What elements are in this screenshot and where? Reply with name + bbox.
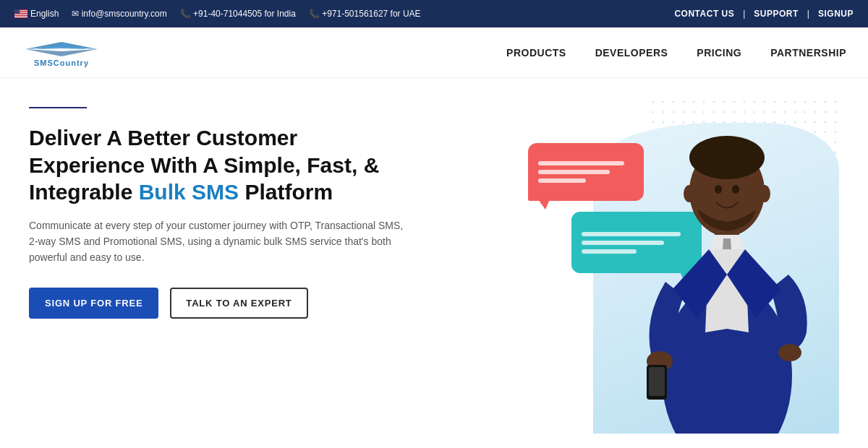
- svg-rect-6: [14, 15, 27, 16]
- signup-link[interactable]: SIGNUP: [818, 9, 854, 19]
- phone-uae: 📞 +971-501561627 for UAE: [309, 9, 421, 19]
- expert-button[interactable]: TALK TO AN EXPERT: [170, 288, 307, 319]
- contact-us-link[interactable]: CONTACT US: [674, 9, 734, 19]
- top-bar: English ✉ info@smscountry.com 📞 +91-40-7…: [0, 0, 868, 27]
- nav-item-pricing[interactable]: PRICING: [697, 46, 741, 59]
- separator-1: |: [743, 9, 745, 19]
- hero-buttons: SIGN UP FOR FREE TALK TO AN EXPERT: [29, 288, 434, 319]
- svg-point-18: [778, 344, 801, 361]
- nav-item-partnership[interactable]: PARTNERSHIP: [770, 46, 846, 59]
- separator-2: |: [807, 9, 809, 19]
- navbar: SMSCountry PRODUCTS DEVELOPERS PRICING P…: [0, 27, 868, 78]
- svg-point-20: [732, 185, 739, 194]
- hero-title: Deliver A Better Customer Experience Wit…: [29, 124, 434, 206]
- svg-rect-17: [649, 367, 665, 396]
- logo[interactable]: SMSCountry: [22, 38, 101, 67]
- top-bar-right: CONTACT US | SUPPORT | SIGNUP: [674, 9, 854, 19]
- hero-illustration: [434, 100, 839, 434]
- email-info: ✉ info@smscountry.com: [72, 9, 166, 19]
- svg-point-19: [715, 185, 722, 194]
- top-bar-left: English ✉ info@smscountry.com 📞 +91-40-7…: [14, 9, 421, 19]
- svg-rect-7: [14, 17, 27, 17]
- hero-description: Communicate at every step of your custom…: [29, 217, 405, 266]
- svg-point-21: [689, 136, 765, 179]
- svg-point-22: [684, 185, 695, 202]
- email-icon: ✉: [72, 9, 81, 19]
- hero-content: Deliver A Better Customer Experience Wit…: [29, 100, 434, 319]
- phone-icon-india: 📞: [180, 9, 193, 19]
- language-label: English: [30, 9, 59, 19]
- nav-link-partnership[interactable]: PARTNERSHIP: [770, 47, 846, 59]
- hero-section: Deliver A Better Customer Experience Wit…: [0, 78, 868, 448]
- nav-link-pricing[interactable]: PRICING: [697, 47, 741, 59]
- nav-link-products[interactable]: PRODUCTS: [506, 47, 566, 59]
- bubble-red-tail: [538, 199, 550, 210]
- svg-point-23: [759, 185, 770, 202]
- svg-rect-9: [14, 9, 20, 14]
- hero-divider: [29, 107, 87, 108]
- signup-button[interactable]: SIGN UP FOR FREE: [29, 288, 158, 319]
- support-link[interactable]: SUPPORT: [754, 9, 799, 19]
- nav-link-developers[interactable]: DEVELOPERS: [595, 47, 668, 59]
- phone-india: 📞 +91-40-71044505 for India: [180, 9, 296, 19]
- hero-title-highlight: Bulk SMS: [139, 180, 239, 204]
- person-illustration: [615, 108, 839, 434]
- bubble-line-1: [538, 161, 624, 165]
- bubble-line-2: [538, 170, 610, 174]
- nav-item-developers[interactable]: DEVELOPERS: [595, 46, 668, 59]
- svg-rect-8: [14, 17, 27, 18]
- svg-rect-4: [14, 14, 27, 14]
- nav-item-products[interactable]: PRODUCTS: [506, 46, 566, 59]
- bubble-line-3: [538, 178, 586, 183]
- phone-icon-uae: 📞: [309, 9, 322, 19]
- svg-rect-5: [14, 14, 27, 15]
- language-selector[interactable]: English: [14, 9, 59, 19]
- nav-links: PRODUCTS DEVELOPERS PRICING PARTNERSHIP: [506, 46, 846, 59]
- logo-text: SMSCountry: [34, 59, 89, 67]
